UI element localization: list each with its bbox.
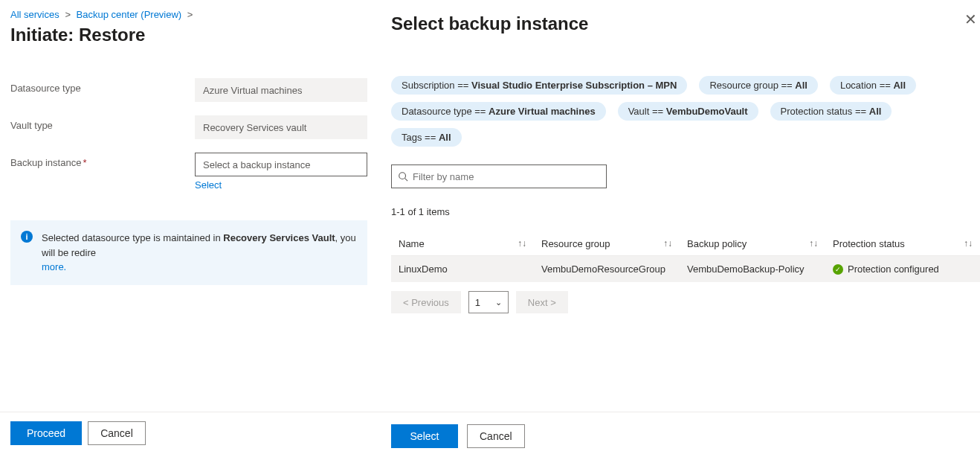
blade-cancel-button[interactable]: Cancel — [467, 424, 525, 448]
cancel-button[interactable]: Cancel — [88, 421, 146, 445]
svg-point-0 — [399, 173, 406, 179]
filter-by-name-input[interactable] — [413, 171, 600, 182]
select-button[interactable]: Select — [391, 424, 458, 448]
pill-resource-group[interactable]: Resource group == All — [699, 76, 818, 95]
info-icon: i — [21, 231, 33, 243]
pill-subscription[interactable]: Subscription == Visual Studio Enterprise… — [391, 76, 687, 95]
input-backup-instance[interactable]: Select a backup instance — [195, 153, 367, 176]
breadcrumb-link-all-services[interactable]: All services — [10, 9, 59, 20]
page-title: Initiate: Restore — [10, 25, 367, 45]
col-backup-policy[interactable]: Backup policy↑↓ — [680, 232, 825, 256]
col-resource-group[interactable]: Resource group↑↓ — [534, 232, 680, 256]
breadcrumb-sep: > — [184, 9, 196, 20]
input-vault-type: Recovery Services vault — [195, 115, 367, 139]
cell-backup-policy: VembuDemoBackup-Policy — [680, 256, 825, 283]
label-backup-instance: Backup instance* — [10, 153, 195, 168]
info-box: i Selected datasource type is maintained… — [10, 220, 367, 285]
table-row[interactable]: LinuxDemo VembuDemoResourceGroup VembuDe… — [391, 256, 980, 283]
svg-line-1 — [405, 179, 408, 182]
next-page-button[interactable]: Next > — [516, 291, 568, 313]
breadcrumb-sep: > — [62, 9, 74, 20]
select-link[interactable]: Select — [195, 179, 222, 191]
search-icon — [398, 171, 408, 182]
sort-icon: ↑↓ — [663, 238, 672, 249]
prev-page-button[interactable]: < Previous — [391, 291, 461, 313]
pill-protection-status[interactable]: Protection status == All — [770, 102, 892, 121]
close-icon[interactable]: ✕ — [961, 7, 980, 31]
pill-tags[interactable]: Tags == All — [391, 128, 462, 147]
label-vault-type: Vault type — [10, 115, 195, 131]
sort-icon: ↑↓ — [964, 238, 973, 249]
input-datasource-type: Azure Virtual machines — [195, 78, 367, 102]
pill-datasource-type[interactable]: Datasource type == Azure Virtual machine… — [391, 102, 606, 121]
pager: < Previous 1 ⌄ Next > — [391, 291, 980, 313]
items-count: 1-1 of 1 items — [391, 206, 980, 217]
pill-location[interactable]: Location == All — [830, 76, 916, 95]
blade-title: Select backup instance — [391, 13, 980, 34]
breadcrumb: All services > Backup center (Preview) > — [10, 9, 367, 20]
col-name[interactable]: Name↑↓ — [391, 232, 534, 256]
instances-table: Name↑↓ Resource group↑↓ Backup policy↑↓ … — [391, 232, 980, 282]
page-select[interactable]: 1 ⌄ — [468, 291, 509, 313]
filter-pills: Subscription == Visual Studio Enterprise… — [391, 76, 980, 147]
breadcrumb-link-backup-center[interactable]: Backup center (Preview) — [77, 9, 182, 20]
pill-vault[interactable]: Vault == VembuDemoVault — [618, 102, 758, 121]
sort-icon: ↑↓ — [518, 238, 526, 249]
proceed-button[interactable]: Proceed — [10, 421, 82, 445]
check-icon: ✓ — [833, 264, 843, 275]
sort-icon: ↑↓ — [809, 238, 818, 249]
cell-protection-status: ✓ Protection configured — [825, 256, 980, 283]
cell-name: LinuxDemo — [391, 256, 534, 283]
filter-input-wrap[interactable] — [391, 164, 607, 188]
learn-more-link[interactable]: more. — [42, 261, 66, 272]
label-datasource-type: Datasource type — [10, 78, 195, 94]
col-protection-status[interactable]: Protection status↑↓ — [825, 232, 980, 256]
cell-resource-group: VembuDemoResourceGroup — [534, 256, 680, 283]
chevron-down-icon: ⌄ — [495, 298, 502, 307]
